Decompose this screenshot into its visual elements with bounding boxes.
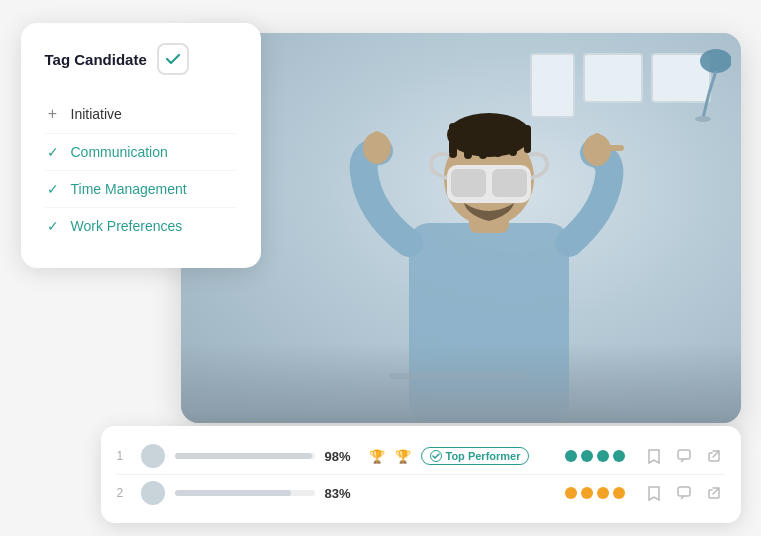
svg-rect-21 (604, 145, 624, 151)
stats-row-2: 2 83% (117, 474, 725, 511)
svg-rect-12 (509, 121, 517, 156)
svg-rect-15 (451, 169, 486, 197)
top-performer-badge: Top Performer (421, 447, 530, 465)
dot-o3 (597, 487, 609, 499)
action-icons-2 (643, 482, 725, 504)
dots-group-2 (565, 487, 625, 499)
trophy-icon-1: 🏆 (369, 449, 385, 464)
dot-o4 (613, 487, 625, 499)
main-scene: Tag Candidate + Initiative ✓ Communicati… (21, 13, 741, 523)
dot-o1 (565, 487, 577, 499)
comment-icon-1[interactable] (673, 445, 695, 467)
tag-candidate-card: Tag Candidate + Initiative ✓ Communicati… (21, 23, 261, 268)
svg-rect-8 (449, 123, 457, 158)
check-icon-communication: ✓ (45, 144, 61, 160)
svg-rect-10 (479, 119, 487, 159)
svg-rect-9 (464, 121, 472, 159)
stats-row-1: 1 98% 🏆 🏆 Top Performer (117, 438, 725, 474)
svg-rect-18 (374, 131, 380, 151)
photo-background (181, 33, 741, 423)
svg-point-3 (695, 116, 711, 122)
dots-group-1 (565, 450, 625, 462)
avatar-1 (141, 444, 165, 468)
bookmark-icon-2[interactable] (643, 482, 665, 504)
bookmark-icon-1[interactable] (643, 445, 665, 467)
comment-icon-2[interactable] (673, 482, 695, 504)
tag-item-communication[interactable]: ✓ Communication (45, 134, 237, 171)
tag-checkmark-icon[interactable] (157, 43, 189, 75)
check-icon-time-management: ✓ (45, 181, 61, 197)
desk-area (181, 343, 741, 423)
check-icon-work-preferences: ✓ (45, 218, 61, 234)
desk-lamp-icon (681, 43, 731, 123)
svg-point-7 (447, 113, 531, 157)
svg-rect-24 (678, 450, 690, 459)
tag-label-communication: Communication (71, 144, 168, 160)
svg-rect-20 (594, 133, 600, 153)
stats-bar: 1 98% 🏆 🏆 Top Performer (101, 426, 741, 523)
tag-label-time-management: Time Management (71, 181, 187, 197)
progress-fill-1 (175, 453, 312, 459)
tag-item-initiative[interactable]: + Initiative (45, 95, 237, 134)
dot-2 (581, 450, 593, 462)
svg-rect-25 (678, 487, 690, 496)
photo-card (181, 33, 741, 423)
tag-label-work-preferences: Work Preferences (71, 218, 183, 234)
tag-card-title: Tag Candidate (45, 51, 147, 68)
row-number-1: 1 (117, 449, 131, 463)
progress-fill-2 (175, 490, 291, 496)
svg-rect-13 (524, 125, 531, 153)
tag-label-initiative: Initiative (71, 106, 122, 122)
svg-line-1 (709, 71, 716, 93)
svg-rect-16 (492, 169, 527, 197)
share-icon-2[interactable] (703, 482, 725, 504)
tag-item-time-management[interactable]: ✓ Time Management (45, 171, 237, 208)
dot-o2 (581, 487, 593, 499)
top-performer-label: Top Performer (446, 450, 521, 462)
tag-card-header: Tag Candidate (45, 43, 237, 75)
dot-3 (597, 450, 609, 462)
trophy-icon-2: 🏆 (395, 449, 411, 464)
percentage-2: 83% (325, 486, 359, 501)
share-icon-1[interactable] (703, 445, 725, 467)
progress-bar-2 (175, 490, 315, 496)
svg-line-2 (703, 93, 709, 118)
dot-4 (613, 450, 625, 462)
action-icons-1 (643, 445, 725, 467)
percentage-1: 98% (325, 449, 359, 464)
progress-bar-1 (175, 453, 315, 459)
dot-1 (565, 450, 577, 462)
row-number-2: 2 (117, 486, 131, 500)
svg-rect-11 (494, 119, 502, 157)
svg-point-0 (700, 49, 731, 73)
plus-icon: + (45, 105, 61, 123)
avatar-2 (141, 481, 165, 505)
tag-item-work-preferences[interactable]: ✓ Work Preferences (45, 208, 237, 244)
